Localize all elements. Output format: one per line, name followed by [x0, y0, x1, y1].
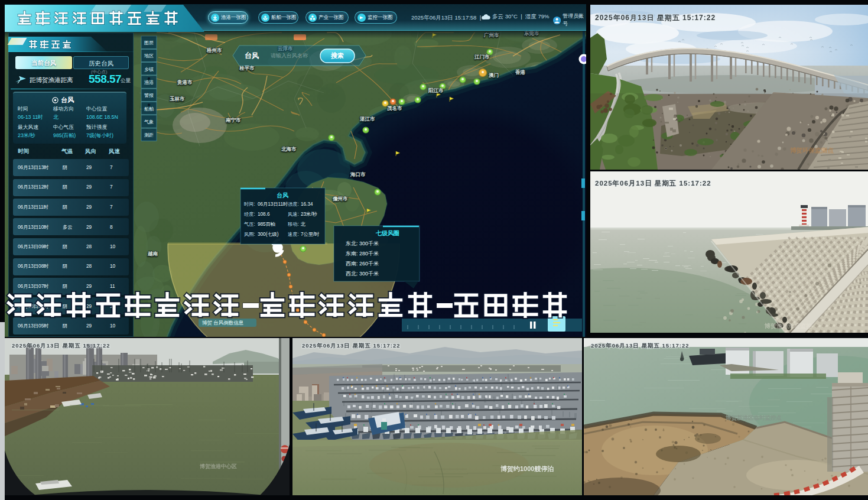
svg-text:船舶: 船舶 [144, 106, 154, 112]
svg-text:2025年06月13日 星期五 15:17:22: 2025年06月13日 星期五 15:17:22 [595, 180, 711, 187]
svg-text:北: 北 [300, 222, 305, 227]
svg-text:梧州市: 梧州市 [206, 47, 222, 53]
svg-text:西北: 300千米: 西北: 300千米 [346, 271, 379, 277]
svg-text:移动:: 移动: [288, 222, 299, 227]
svg-text:湛江市: 湛江市 [359, 116, 375, 122]
svg-text:2025年06月13日 星期五 15:17:22: 2025年06月13日 星期五 15:17:22 [302, 342, 401, 349]
svg-text:速度:: 速度: [288, 232, 299, 237]
svg-text:强度:: 强度: [288, 202, 299, 207]
svg-text:风速:: 风速: [288, 212, 299, 217]
svg-text:渔港: 渔港 [144, 80, 154, 85]
svg-text:警报: 警报 [144, 93, 154, 98]
svg-text:玉林市: 玉林市 [170, 96, 185, 102]
svg-text:23米/秒: 23米/秒 [301, 212, 318, 217]
svg-text:东北: 300千米: 东北: 300千米 [345, 241, 379, 246]
svg-text:香港: 香港 [515, 69, 526, 75]
svg-text:儋州市: 儋州市 [332, 196, 348, 202]
svg-text:300(七级): 300(七级) [258, 232, 279, 237]
svg-text:搜索: 搜索 [330, 52, 344, 59]
svg-text:海口市: 海口市 [350, 171, 366, 177]
svg-text:江门市: 江门市 [474, 54, 490, 60]
svg-text:测距: 测距 [144, 132, 154, 138]
svg-text:越南: 越南 [147, 251, 158, 257]
svg-text:乡镇: 乡镇 [144, 67, 154, 72]
svg-text:气象: 气象 [144, 119, 154, 125]
svg-text:7公里/时: 7公里/时 [301, 232, 319, 237]
svg-text:985百帕: 985百帕 [258, 222, 275, 227]
svg-text:2025年06月13日 星期五 15:17:22: 2025年06月13日 星期五 15:17:22 [12, 342, 110, 349]
svg-text:西南: 260千米: 西南: 260千米 [346, 261, 379, 267]
svg-text:台风: 台风 [245, 51, 259, 60]
svg-text:2025年06月13日 星期五 15:17:22: 2025年06月13日 星期五 15:17:22 [591, 342, 690, 349]
svg-text:经度:: 经度: [244, 212, 255, 217]
svg-text:博贺渔港中心区: 博贺渔港中心区 [199, 463, 237, 469]
svg-text:2025年06月13日 星期五 15:17:22: 2025年06月13日 星期五 15:17:22 [595, 14, 716, 22]
svg-text:图层: 图层 [144, 40, 154, 46]
svg-text:风圈:: 风圈: [244, 232, 255, 237]
svg-text:七级风圈: 七级风圈 [375, 230, 399, 236]
svg-text:时间:: 时间: [244, 202, 255, 207]
svg-text:请输入台风名称: 请输入台风名称 [271, 53, 308, 59]
svg-text:澳门: 澳门 [488, 72, 499, 78]
svg-text:博贺环保监测点: 博贺环保监测点 [790, 147, 834, 154]
svg-text:16.34: 16.34 [301, 202, 313, 207]
svg-text:台风: 台风 [277, 192, 288, 199]
svg-text:博贺渔港海堤监控: 博贺渔港海堤监控 [764, 323, 812, 329]
svg-text:贵港市: 贵港市 [177, 79, 193, 85]
svg-text:南宁市: 南宁市 [226, 117, 241, 123]
svg-text:东南: 280千米: 东南: 280千米 [345, 251, 379, 257]
svg-text:06月13日11时: 06月13日11时 [258, 202, 288, 207]
svg-text:地区: 地区 [144, 53, 154, 59]
svg-text:博贺新港区临时监控点: 博贺新港区临时监控点 [725, 414, 782, 421]
svg-text:阳江市: 阳江市 [428, 87, 444, 93]
svg-text:108.6: 108.6 [258, 212, 270, 217]
svg-text:博贺约1000艘停泊: 博贺约1000艘停泊 [500, 465, 554, 473]
svg-text:气压:: 气压: [244, 222, 255, 227]
svg-text:北海市: 北海市 [281, 146, 297, 152]
svg-text:茂名市: 茂名市 [386, 105, 402, 111]
